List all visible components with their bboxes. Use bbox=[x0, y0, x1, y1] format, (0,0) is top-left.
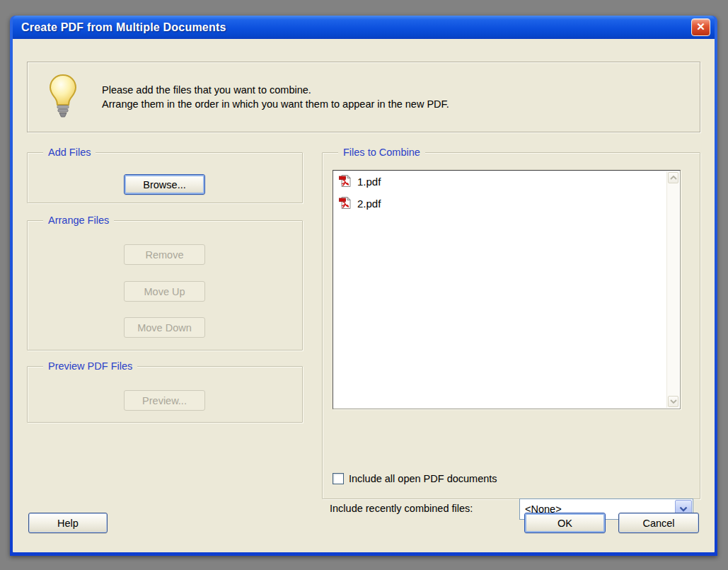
files-to-combine-group-label: Files to Combine bbox=[338, 147, 425, 158]
files-list[interactable]: 1.pdf 2.pdf bbox=[333, 170, 681, 409]
ok-button[interactable]: OK bbox=[524, 513, 606, 533]
close-icon[interactable]: ✕ bbox=[691, 18, 710, 36]
preview-pdf-group-label: Preview PDF Files bbox=[43, 360, 137, 372]
dialog-window: Create PDF from Multiple Documents ✕ bbox=[10, 16, 717, 556]
info-banner: Please add the files that you want to co… bbox=[27, 62, 700, 132]
arrange-files-group-label: Arrange Files bbox=[43, 215, 114, 226]
list-scrollbar[interactable] bbox=[666, 171, 679, 408]
info-line-2: Arrange them in the order in which you w… bbox=[102, 97, 449, 111]
remove-button: Remove bbox=[124, 244, 205, 265]
scroll-down-icon[interactable] bbox=[668, 396, 678, 407]
help-button[interactable]: Help bbox=[28, 513, 108, 533]
dialog-client-area: Please add the files that you want to co… bbox=[13, 39, 715, 552]
cancel-button[interactable]: Cancel bbox=[618, 513, 699, 533]
list-item[interactable]: 1.pdf bbox=[333, 171, 680, 193]
titlebar[interactable]: Create PDF from Multiple Documents ✕ bbox=[13, 16, 715, 39]
file-name: 2.pdf bbox=[357, 198, 381, 210]
info-text: Please add the files that you want to co… bbox=[102, 83, 449, 111]
add-files-group-label: Add Files bbox=[43, 147, 96, 158]
include-all-checkbox[interactable] bbox=[333, 473, 344, 484]
browse-button[interactable]: Browse... bbox=[124, 174, 205, 195]
include-all-row: Include all open PDF documents bbox=[333, 473, 497, 484]
list-item[interactable]: 2.pdf bbox=[333, 193, 680, 215]
window-title: Create PDF from Multiple Documents bbox=[21, 21, 691, 34]
desktop-background: { "window": { "title": "Create PDF from … bbox=[0, 0, 728, 570]
lightbulb-icon bbox=[47, 74, 79, 120]
pdf-file-icon bbox=[339, 196, 352, 212]
info-line-1: Please add the files that you want to co… bbox=[102, 83, 449, 97]
preview-button: Preview... bbox=[124, 390, 205, 411]
scroll-up-icon[interactable] bbox=[668, 172, 678, 183]
include-all-label: Include all open PDF documents bbox=[349, 473, 497, 484]
file-name: 1.pdf bbox=[357, 176, 381, 188]
pdf-file-icon bbox=[339, 174, 352, 190]
recent-files-label: Include recently combined files: bbox=[330, 503, 473, 514]
move-up-button: Move Up bbox=[124, 281, 205, 302]
move-down-button: Move Down bbox=[124, 317, 205, 338]
